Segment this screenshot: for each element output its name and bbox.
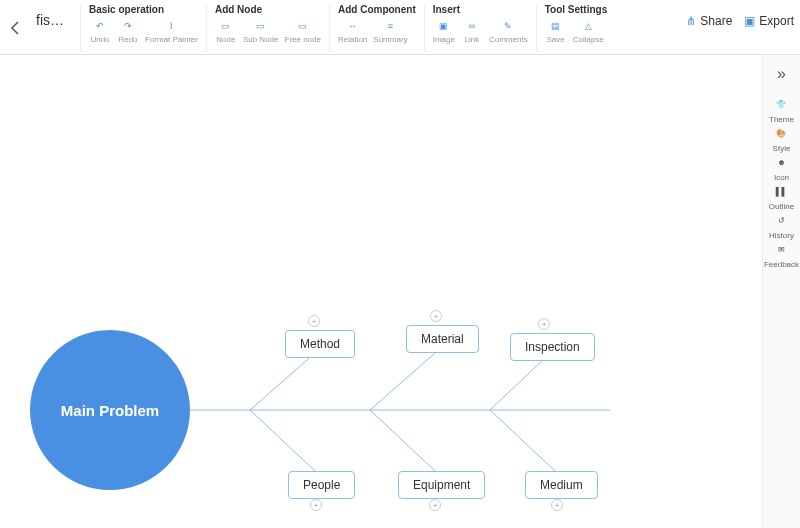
icon-icon: ☻ (772, 153, 790, 171)
item-label: Relation (338, 35, 367, 44)
feedback-icon: ✉ (772, 240, 790, 258)
item-label: Format Painter (145, 35, 198, 44)
cause-node-method[interactable]: Method (285, 330, 355, 358)
export-label: Export (759, 14, 794, 28)
right-sidebar: » 👕Theme🎨Style☻Icon▌▌Outline↺History✉Fee… (762, 55, 800, 528)
toolbar-group: Add Node▭Node▭Sub Node▭Free node (206, 4, 329, 52)
item-label: Summary (373, 35, 407, 44)
collapse-sidebar-button[interactable]: » (773, 61, 790, 87)
collapse-tool-button[interactable]: △Collapse (573, 18, 604, 44)
link-button[interactable]: ∞Link (461, 18, 483, 44)
item-label: Comments (489, 35, 528, 44)
sidebar-style[interactable]: 🎨Style (764, 124, 799, 153)
node-label: Material (421, 332, 464, 346)
save-icon: ▤ (547, 18, 565, 34)
cause-node-inspection[interactable]: Inspection (510, 333, 595, 361)
main-problem-label: Main Problem (61, 402, 159, 419)
svg-line-1 (250, 353, 315, 410)
sidebar-label: Style (773, 144, 791, 153)
relation-button[interactable]: ↔Relation (338, 18, 367, 44)
image-icon: ▣ (435, 18, 453, 34)
image-button[interactable]: ▣Image (433, 18, 455, 44)
item-label: Link (465, 35, 480, 44)
item-label: Node (216, 35, 235, 44)
group-title: Insert (433, 4, 528, 15)
cause-node-material[interactable]: Material (406, 325, 479, 353)
free-node-button[interactable]: ▭Free node (285, 18, 321, 44)
toolbar: fis… Basic operation↶Undo↷Redo⌇Format Pa… (0, 0, 800, 55)
svg-line-5 (370, 410, 435, 471)
cause-node-people[interactable]: People (288, 471, 355, 499)
item-label: Undo (90, 35, 109, 44)
format-painter-button[interactable]: ⌇Format Painter (145, 18, 198, 44)
share-label: Share (700, 14, 732, 28)
undo-button[interactable]: ↶Undo (89, 18, 111, 44)
back-button[interactable] (0, 4, 30, 52)
redo-button[interactable]: ↷Redo (117, 18, 139, 44)
summary-icon: ≡ (381, 18, 399, 34)
comments-icon: ✎ (499, 18, 517, 34)
svg-line-6 (490, 410, 555, 471)
item-label: Sub Node (243, 35, 279, 44)
node-label: People (303, 478, 340, 492)
sidebar-feedback[interactable]: ✉Feedback (764, 240, 799, 269)
format-painter-icon: ⌇ (162, 18, 180, 34)
item-label: Collapse (573, 35, 604, 44)
sidebar-icon[interactable]: ☻Icon (764, 153, 799, 182)
item-label: Save (547, 35, 565, 44)
node-label: Medium (540, 478, 583, 492)
free-node-icon: ▭ (294, 18, 312, 34)
add-cause-inspection[interactable]: + (538, 318, 550, 330)
add-cause-method[interactable]: + (308, 315, 320, 327)
export-button[interactable]: ▣ Export (744, 14, 794, 28)
theme-icon: 👕 (772, 95, 790, 113)
comments-button[interactable]: ✎Comments (489, 18, 528, 44)
undo-icon: ↶ (91, 18, 109, 34)
share-icon: ⋔ (686, 14, 696, 28)
history-icon: ↺ (772, 211, 790, 229)
canvas[interactable]: Main Problem Method + Material + Inspect… (0, 55, 762, 528)
group-title: Add Node (215, 4, 321, 15)
add-cause-equipment[interactable]: + (429, 499, 441, 511)
save-button[interactable]: ▤Save (545, 18, 567, 44)
document-name[interactable]: fis… (30, 4, 80, 52)
link-icon: ∞ (463, 18, 481, 34)
style-icon: 🎨 (772, 124, 790, 142)
item-label: Image (433, 35, 455, 44)
node-label: Inspection (525, 340, 580, 354)
cause-node-medium[interactable]: Medium (525, 471, 598, 499)
add-cause-material[interactable]: + (430, 310, 442, 322)
group-title: Basic operation (89, 4, 198, 15)
node-button[interactable]: ▭Node (215, 18, 237, 44)
svg-line-2 (370, 353, 435, 410)
add-cause-medium[interactable]: + (551, 499, 563, 511)
node-icon: ▭ (217, 18, 235, 34)
svg-line-4 (250, 410, 315, 471)
item-label: Redo (118, 35, 137, 44)
node-label: Equipment (413, 478, 470, 492)
relation-icon: ↔ (344, 18, 362, 34)
node-label: Method (300, 337, 340, 351)
toolbar-group: Insert▣Image∞Link✎Comments (424, 4, 536, 52)
add-cause-people[interactable]: + (310, 499, 322, 511)
item-label: Free node (285, 35, 321, 44)
sidebar-outline[interactable]: ▌▌Outline (764, 182, 799, 211)
main-problem-node[interactable]: Main Problem (30, 330, 190, 490)
sidebar-theme[interactable]: 👕Theme (764, 95, 799, 124)
export-icon: ▣ (744, 14, 755, 28)
group-title: Add Component (338, 4, 416, 15)
sidebar-label: History (769, 231, 794, 240)
sidebar-label: Outline (769, 202, 794, 211)
cause-node-equipment[interactable]: Equipment (398, 471, 485, 499)
toolbar-group: Tool Settings▤Save△Collapse (536, 4, 616, 52)
toolbar-group: Add Component↔Relation≡Summary (329, 4, 424, 52)
toolbar-right: ⋔ Share ▣ Export (686, 14, 794, 28)
sub-node-button[interactable]: ▭Sub Node (243, 18, 279, 44)
sidebar-history[interactable]: ↺History (764, 211, 799, 240)
share-button[interactable]: ⋔ Share (686, 14, 732, 28)
summary-button[interactable]: ≡Summary (373, 18, 407, 44)
group-title: Tool Settings (545, 4, 608, 15)
collapse-tool-icon: △ (579, 18, 597, 34)
sidebar-label: Icon (774, 173, 789, 182)
sidebar-label: Feedback (764, 260, 799, 269)
